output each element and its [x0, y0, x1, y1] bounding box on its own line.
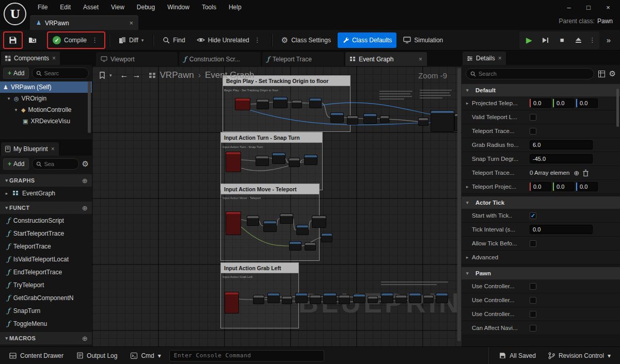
- expander-icon[interactable]: ▸: [466, 184, 472, 189]
- graph-node[interactable]: [305, 242, 316, 251]
- property-matrix-icon[interactable]: [598, 71, 605, 77]
- graph-node[interactable]: [304, 155, 317, 165]
- breadcrumb-current[interactable]: Event Graph: [205, 70, 254, 80]
- minimize-button[interactable]: –: [560, 4, 578, 11]
- functions-section-header[interactable]: ▾ FUNCT ⊕: [0, 202, 92, 214]
- details-search-input[interactable]: [479, 71, 590, 77]
- settings-gear-icon[interactable]: ⚙: [82, 159, 89, 169]
- graph-node[interactable]: [289, 158, 300, 167]
- graph-node[interactable]: [381, 293, 393, 303]
- my-blueprint-tab[interactable]: My Blueprint ×: [1, 142, 59, 156]
- graph-node[interactable]: [282, 296, 292, 304]
- compile-options-icon[interactable]: ⋮: [90, 36, 100, 44]
- revision-control-button[interactable]: Revision Control ▾: [543, 349, 616, 362]
- graph-node[interactable]: [395, 295, 407, 303]
- vector-z-input[interactable]: 0.0: [576, 98, 598, 108]
- list-item-function[interactable]: ƒEndTeleportTrace: [0, 266, 92, 278]
- add-graph-icon[interactable]: ⊕: [82, 177, 88, 185]
- section-header-default[interactable]: ▾ Default: [462, 84, 620, 96]
- save-button[interactable]: [4, 32, 22, 48]
- details-scrollbar[interactable]: [616, 89, 619, 127]
- list-item-function[interactable]: ƒStartTeleportTrace: [0, 227, 92, 240]
- list-item-function[interactable]: ƒToggleMenu: [0, 317, 92, 330]
- list-item-function[interactable]: ƒTryTeleport: [0, 278, 92, 291]
- find-button[interactable]: Find: [158, 32, 189, 48]
- play-button[interactable]: ▶: [521, 33, 537, 47]
- unreal-logo[interactable]: U: [4, 3, 26, 25]
- stop-button[interactable]: ■: [554, 33, 570, 47]
- list-item-function[interactable]: ƒGetGrabComponentN: [0, 291, 92, 304]
- tree-item-vrorigin[interactable]: ▾ ◎ VROrigin: [0, 93, 92, 104]
- graph-node[interactable]: [235, 98, 250, 110]
- expander-icon[interactable]: ▸: [466, 101, 472, 106]
- graph-node[interactable]: [380, 115, 389, 123]
- graph-node[interactable]: [309, 98, 322, 108]
- menu-view[interactable]: View: [105, 2, 130, 13]
- add-function-icon[interactable]: ⊕: [82, 204, 88, 212]
- asset-tab-vrpawn[interactable]: ♟ VRPawn ×: [30, 15, 138, 30]
- graph-node[interactable]: [323, 293, 337, 304]
- nav-back-icon[interactable]: ←: [120, 71, 129, 80]
- menu-window[interactable]: Window: [162, 2, 195, 13]
- add-component-button[interactable]: + Add: [3, 68, 29, 79]
- my-blueprint-search[interactable]: [32, 158, 78, 170]
- section-header-pawn[interactable]: ▾ Pawn: [462, 267, 620, 279]
- vector-x-input[interactable]: 0.0: [530, 182, 551, 191]
- graph-node[interactable]: [292, 100, 302, 108]
- menu-edit[interactable]: Edit: [54, 2, 76, 13]
- compile-button[interactable]: ✓ Compile ⋮: [48, 32, 104, 48]
- close-icon[interactable]: ×: [419, 56, 422, 63]
- graph-node[interactable]: [280, 213, 293, 224]
- advanced-expander-row[interactable]: ▸ Advanced: [462, 251, 620, 264]
- graph-node[interactable]: [226, 152, 241, 172]
- all-saved-indicator[interactable]: All Saved: [494, 349, 541, 362]
- close-icon[interactable]: ×: [129, 19, 133, 27]
- vector-y-input[interactable]: 0.0: [553, 98, 575, 108]
- tree-item-vrpawn-self[interactable]: ♟ VRPawn (Self): [0, 81, 92, 93]
- components-tab[interactable]: Components ×: [1, 52, 60, 65]
- graph-node[interactable]: [263, 221, 277, 232]
- simulation-button[interactable]: Simulation: [399, 32, 448, 48]
- graph-node[interactable]: [368, 296, 378, 303]
- close-button[interactable]: ×: [599, 4, 617, 11]
- breadcrumb-root[interactable]: VRPawn: [160, 70, 194, 80]
- graph-node[interactable]: [267, 293, 280, 303]
- graph-node[interactable]: [312, 216, 326, 228]
- checkbox[interactable]: [530, 325, 536, 332]
- graph-node[interactable]: [436, 293, 448, 303]
- graph-node[interactable]: [418, 118, 428, 126]
- number-input[interactable]: -45.0: [530, 154, 593, 163]
- vector-x-input[interactable]: 0.0: [530, 98, 551, 108]
- components-scrollbar[interactable]: [88, 81, 91, 133]
- tab-teleport-trace[interactable]: ƒ Teleport Trace: [262, 52, 344, 66]
- graph-node[interactable]: [253, 295, 264, 304]
- checkbox[interactable]: [530, 114, 536, 121]
- graph-node[interactable]: [225, 292, 239, 313]
- details-settings-gear-icon[interactable]: ⚙: [609, 69, 616, 78]
- close-icon[interactable]: ×: [52, 55, 56, 62]
- graphs-section-header[interactable]: ▾ GRAPHS ⊕: [0, 174, 92, 187]
- menu-asset[interactable]: Asset: [77, 2, 104, 13]
- frame-skip-button[interactable]: [538, 33, 553, 47]
- bookmark-chevron-icon[interactable]: ▾: [109, 73, 112, 78]
- expander-icon[interactable]: ▸: [4, 191, 9, 196]
- menu-file[interactable]: File: [32, 2, 53, 13]
- event-graph-canvas[interactable]: ▾ ← → VRPawn › Event Graph Zoom -9: [92, 66, 462, 346]
- tab-viewport[interactable]: Viewport: [96, 52, 178, 66]
- graph-node[interactable]: [321, 233, 332, 242]
- menu-tools[interactable]: Tools: [196, 2, 222, 13]
- toolbar-overflow-icon[interactable]: »: [601, 36, 616, 44]
- add-element-icon[interactable]: ⊕: [574, 169, 579, 177]
- vector-z-input[interactable]: 0.0: [576, 182, 598, 191]
- graph-node[interactable]: [247, 216, 259, 226]
- graph-node[interactable]: [363, 113, 377, 124]
- graph-node[interactable]: [295, 293, 308, 303]
- maximize-button[interactable]: □: [580, 4, 597, 11]
- expander-icon[interactable]: ▾: [6, 96, 11, 101]
- tab-construction-script[interactable]: ƒ Construction Scr...: [179, 52, 261, 66]
- graph-node[interactable]: [431, 110, 454, 132]
- section-header-actor-tick[interactable]: ▾ Actor Tick: [462, 196, 620, 209]
- browse-asset-button[interactable]: [24, 32, 42, 48]
- number-input[interactable]: 0.0: [530, 225, 593, 234]
- tab-event-graph[interactable]: Event Graph ×: [345, 52, 427, 66]
